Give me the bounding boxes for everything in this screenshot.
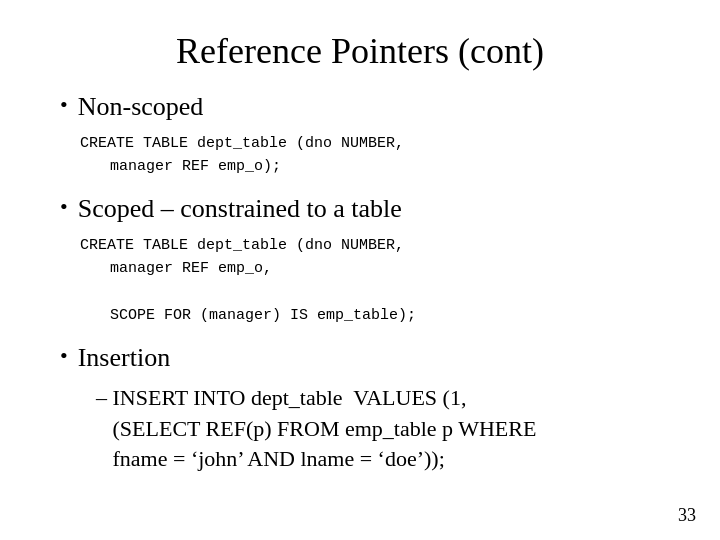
code-line-1-2: manager REF emp_o);: [80, 155, 660, 178]
insertion-line-3: fname = ‘john’ AND lname = ‘doe’));: [96, 446, 445, 471]
insertion-line-2: (SELECT REF(p) FROM emp_table p WHERE: [96, 416, 536, 441]
code-block-1: CREATE TABLE dept_table (dno NUMBER, man…: [60, 132, 660, 179]
code-line-1-1: CREATE TABLE dept_table (dno NUMBER,: [80, 135, 404, 152]
bullet-text-2: Scoped – constrained to a table: [78, 192, 402, 226]
slide-title: Reference Pointers (cont): [60, 30, 660, 72]
code-line-2-1: CREATE TABLE dept_table (dno NUMBER,: [80, 237, 404, 254]
bullet-text-3: Insertion: [78, 341, 170, 375]
insertion-text: – INSERT INTO dept_table VALUES (1, (SEL…: [60, 383, 660, 475]
bullet-1: • Non-scoped: [60, 90, 660, 124]
bullet-dot-2: •: [60, 194, 68, 220]
code-line-2-2: manager REF emp_o,: [80, 257, 660, 280]
bullet-text-1: Non-scoped: [78, 90, 204, 124]
bullet-dot-3: •: [60, 343, 68, 369]
code-block-2: CREATE TABLE dept_table (dno NUMBER, man…: [60, 234, 660, 327]
code-line-2-3: SCOPE FOR (manager) IS emp_table);: [80, 304, 660, 327]
bullet-2: • Scoped – constrained to a table: [60, 192, 660, 226]
page-number: 33: [678, 505, 696, 526]
insertion-line: – INSERT INTO dept_table VALUES (1,: [96, 385, 466, 410]
bullet-dot-1: •: [60, 92, 68, 118]
slide-container: Reference Pointers (cont) • Non-scoped C…: [0, 0, 720, 540]
bullet-3: • Insertion: [60, 341, 660, 375]
